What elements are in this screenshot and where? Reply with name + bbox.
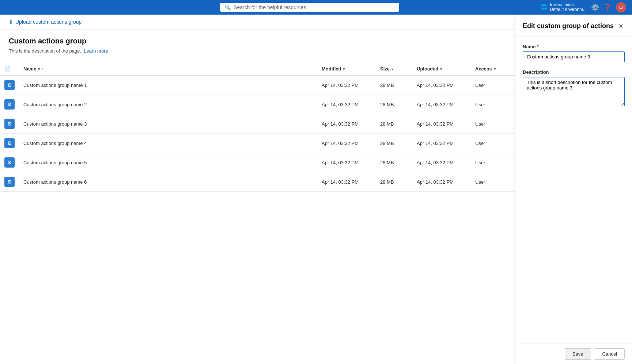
row-uploaded: Apr 14, 03:32 PM: [412, 95, 471, 114]
search-input[interactable]: [234, 4, 395, 10]
row-name[interactable]: Custom actions group name 6: [19, 172, 317, 192]
panel-header: Edit custom group of actions ✕: [515, 15, 632, 37]
row-uploaded: Apr 14, 03:32 PM: [412, 114, 471, 134]
upload-bar: ⬆ Upload custom actions group: [0, 15, 515, 30]
panel-body: Name * Description This is a short descr…: [515, 37, 632, 344]
row-access: User: [471, 114, 515, 134]
uploaded-sort-icon: ∨: [440, 67, 442, 71]
row-modified: Apr 14, 03:32 PM: [317, 114, 376, 134]
env-name: Default environm...: [550, 7, 587, 12]
page-description: This is the description of the page. Lea…: [9, 48, 506, 54]
row-access: User: [471, 76, 515, 95]
description-field-label: Description: [523, 69, 625, 75]
row-name[interactable]: Custom actions group name 3: [19, 114, 317, 134]
topbar-center: 🔍: [79, 3, 540, 12]
description-input[interactable]: This is a short description for the cust…: [523, 77, 625, 106]
search-box[interactable]: 🔍: [220, 3, 399, 12]
cancel-button[interactable]: Cancel: [595, 348, 625, 360]
row-icon: ⚙: [4, 99, 15, 110]
th-size-label: Size: [380, 66, 390, 72]
help-icon[interactable]: ❓: [603, 3, 612, 11]
row-size: 28 MB: [376, 153, 412, 172]
save-button[interactable]: Save: [565, 348, 591, 360]
row-uploaded: Apr 14, 03:32 PM: [412, 172, 471, 192]
row-size: 28 MB: [376, 76, 412, 95]
environment-selector[interactable]: 🌐 Environments Default environm...: [540, 2, 587, 12]
name-sort-up-icon: ↑: [42, 67, 43, 71]
modified-sort-icon: ∨: [343, 67, 345, 71]
row-access: User: [471, 153, 515, 172]
learn-more-link[interactable]: Learn more: [84, 48, 108, 54]
row-name[interactable]: Custom actions group name 5: [19, 153, 317, 172]
row-size: 28 MB: [376, 172, 412, 192]
th-name[interactable]: Name ∨ ↑: [19, 62, 317, 76]
row-uploaded: Apr 14, 03:32 PM: [412, 153, 471, 172]
row-icon: ⚙: [4, 138, 15, 148]
close-panel-button[interactable]: ✕: [617, 22, 625, 30]
row-name[interactable]: Custom actions group name 4: [19, 134, 317, 153]
row-size: 28 MB: [376, 134, 412, 153]
row-name[interactable]: Custom actions group name 1: [19, 76, 317, 95]
page-header: Custom actions group This is the descrip…: [0, 30, 515, 57]
row-icon-cell: ⚙: [0, 76, 19, 95]
row-icon-cell: ⚙: [0, 134, 19, 153]
row-icon-cell: ⚙: [0, 172, 19, 192]
topbar-right: 🌐 Environments Default environm... ⚙️ ❓ …: [540, 2, 626, 12]
row-icon: ⚙: [4, 119, 15, 129]
settings-icon[interactable]: ⚙️: [591, 3, 599, 11]
user-avatar[interactable]: U: [616, 2, 626, 12]
table-row[interactable]: ⚙Custom actions group name 6Apr 14, 03:3…: [0, 172, 515, 192]
th-uploaded[interactable]: Uploaded ∨: [412, 62, 471, 76]
search-icon: 🔍: [224, 4, 231, 10]
th-access[interactable]: Access ∨: [471, 62, 515, 76]
th-modified[interactable]: Modified ∨: [317, 62, 376, 76]
row-access: User: [471, 172, 515, 192]
th-name-label: Name: [23, 66, 36, 72]
upload-icon: ⬆: [9, 19, 13, 25]
row-uploaded: Apr 14, 03:32 PM: [412, 76, 471, 95]
row-icon-cell: ⚙: [0, 95, 19, 114]
th-access-label: Access: [475, 66, 492, 72]
row-name[interactable]: Custom actions group name 2: [19, 95, 317, 114]
panel-footer: Save Cancel: [515, 344, 632, 364]
side-panel: Edit custom group of actions ✕ Name * De…: [515, 15, 632, 364]
row-modified: Apr 14, 03:32 PM: [317, 95, 376, 114]
content-area: ⬆ Upload custom actions group Custom act…: [0, 15, 515, 364]
name-field-label: Name *: [523, 44, 625, 49]
row-uploaded: Apr 14, 03:32 PM: [412, 134, 471, 153]
row-icon-cell: ⚙: [0, 153, 19, 172]
table-row[interactable]: ⚙Custom actions group name 4Apr 14, 03:3…: [0, 134, 515, 153]
th-icon: 📄: [0, 62, 19, 76]
table-row[interactable]: ⚙Custom actions group name 5Apr 14, 03:3…: [0, 153, 515, 172]
row-size: 28 MB: [376, 95, 412, 114]
size-sort-icon: ∨: [391, 67, 394, 71]
th-modified-label: Modified: [322, 66, 341, 72]
table-row[interactable]: ⚙Custom actions group name 3Apr 14, 03:3…: [0, 114, 515, 134]
row-icon: ⚙: [4, 80, 15, 90]
table-row[interactable]: ⚙Custom actions group name 1Apr 14, 03:3…: [0, 76, 515, 95]
env-label: Environments: [550, 2, 587, 7]
file-icon: 📄: [4, 66, 10, 72]
data-table: 📄 Name ∨ ↑ Modified ∨: [0, 62, 515, 192]
row-modified: Apr 14, 03:32 PM: [317, 153, 376, 172]
table-header-row: 📄 Name ∨ ↑ Modified ∨: [0, 62, 515, 76]
th-uploaded-label: Uploaded: [417, 66, 438, 72]
required-star: *: [537, 44, 538, 49]
name-sort-down-icon: ∨: [38, 67, 40, 71]
row-size: 28 MB: [376, 114, 412, 134]
row-modified: Apr 14, 03:32 PM: [317, 76, 376, 95]
access-sort-icon: ∨: [493, 67, 496, 71]
page-title: Custom actions group: [9, 37, 506, 45]
th-size[interactable]: Size ∨: [376, 62, 412, 76]
name-input[interactable]: [523, 51, 625, 62]
upload-link[interactable]: ⬆ Upload custom actions group: [9, 19, 82, 25]
row-modified: Apr 14, 03:32 PM: [317, 172, 376, 192]
environment-icon: 🌐: [540, 4, 548, 11]
row-access: User: [471, 95, 515, 114]
table-row[interactable]: ⚙Custom actions group name 2Apr 14, 03:3…: [0, 95, 515, 114]
upload-label: Upload custom actions group: [15, 19, 82, 25]
description-text: This is the description of the page.: [9, 48, 81, 54]
panel-title: Edit custom group of actions: [523, 22, 614, 30]
row-icon-cell: ⚙: [0, 114, 19, 134]
main-layout: ⬆ Upload custom actions group Custom act…: [0, 15, 632, 364]
